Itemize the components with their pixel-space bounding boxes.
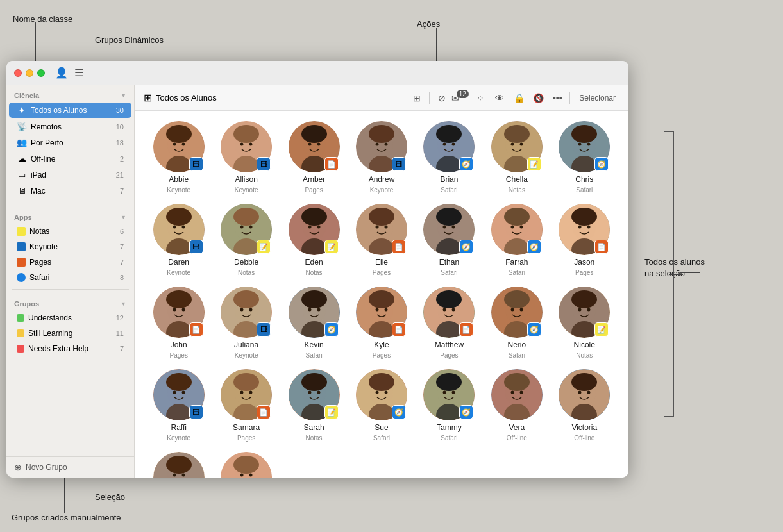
ann-line-selection-v xyxy=(122,476,122,492)
svg-point-109 xyxy=(240,308,244,312)
block-button[interactable]: ⊘ xyxy=(435,91,449,105)
student-card[interactable]: 📄JasonPages xyxy=(553,204,616,276)
student-app: Off-line xyxy=(507,435,527,442)
sidebar-item-mac[interactable]: 🖥 Mac 7 xyxy=(9,183,131,198)
student-card[interactable]: 📄JohnPages xyxy=(147,287,210,359)
maximize-button[interactable] xyxy=(37,69,45,77)
mail-button[interactable]: ✉ 12 xyxy=(454,91,468,105)
svg-point-145 xyxy=(587,308,591,312)
groups-button[interactable]: ⁘ xyxy=(473,91,487,105)
student-name: Elie xyxy=(375,258,388,267)
more-button[interactable]: ••• xyxy=(550,91,564,105)
student-app: Pages xyxy=(237,435,255,442)
student-card[interactable]: VictoriaOff-line xyxy=(553,369,616,442)
sidebar-item-todos-alunos[interactable]: ✦ Todos os Alunos 30 xyxy=(9,103,131,118)
student-card[interactable]: 🎞DarenKeynote xyxy=(147,204,210,276)
annotation-all-students: Todos os alunosna seleção xyxy=(644,256,728,279)
notas-badge: 📝 xyxy=(324,405,339,419)
svg-point-11 xyxy=(240,143,244,146)
svg-point-4 xyxy=(173,143,176,146)
student-card[interactable]: 🧭SueSafari xyxy=(350,369,412,442)
student-card[interactable]: 📝DebbieNotas xyxy=(215,204,277,276)
student-card[interactable]: 📄SamaraPages xyxy=(215,369,277,442)
student-card[interactable]: 📄EliePages xyxy=(350,204,412,276)
sidebar-item-understands[interactable]: Understands 12 xyxy=(9,311,131,325)
svg-point-151 xyxy=(173,391,176,394)
nearby-icon: 👥 xyxy=(17,138,27,147)
student-card[interactable]: 📄AmberPages xyxy=(283,121,345,194)
student-card[interactable]: 🧭EthanSafari xyxy=(418,204,480,276)
svg-point-116 xyxy=(308,308,311,312)
student-card[interactable]: 🧭BrianSafari xyxy=(418,121,480,194)
lock-button[interactable]: 🔒 xyxy=(512,91,526,105)
keynote-badge: 🎞 xyxy=(189,405,203,419)
svg-point-81 xyxy=(443,226,446,229)
layers-button[interactable]: ⊞ xyxy=(410,91,424,105)
student-card[interactable]: 🎞AndrewKeynote xyxy=(350,121,412,194)
sidebar-item-safari[interactable]: Safari 8 xyxy=(9,270,131,285)
svg-point-96 xyxy=(587,226,591,229)
mute-button[interactable]: 🔇 xyxy=(531,91,545,105)
student-name: Daren xyxy=(168,258,189,267)
student-card[interactable]: 📄MatthewPages xyxy=(418,287,480,359)
student-app: Safari xyxy=(509,352,525,359)
svg-point-75 xyxy=(384,226,387,229)
student-card[interactable]: 📄Student29Pages xyxy=(147,452,210,478)
svg-point-129 xyxy=(436,290,462,308)
student-card[interactable]: 🧭NerioSafari xyxy=(485,287,548,359)
people-icon[interactable]: 👤 xyxy=(55,67,68,79)
screen-button[interactable]: 👁 xyxy=(493,91,507,105)
new-group-button[interactable]: ⊕ Novo Grupo xyxy=(6,456,134,478)
minimize-button[interactable] xyxy=(26,69,33,77)
sidebar-item-remotos[interactable]: 📡 Remotos 10 xyxy=(9,119,131,134)
sidebar-item-needs-extra[interactable]: Needs Extra Help 7 xyxy=(9,342,131,356)
keynote-badge: 🎞 xyxy=(257,322,271,337)
student-card[interactable]: 🎞AbbieKeynote xyxy=(147,121,210,194)
student-card[interactable]: 📝EdenNotas xyxy=(283,204,345,276)
student-card[interactable]: 🧭TammySafari xyxy=(418,369,480,442)
svg-point-159 xyxy=(249,391,253,394)
sidebar-item-por-perto[interactable]: 👥 Por Perto 18 xyxy=(9,135,131,150)
student-app: Safari xyxy=(509,269,525,276)
student-card[interactable]: 🧭ChrisSafari xyxy=(553,121,616,194)
student-card[interactable]: 📝NicoleNotas xyxy=(553,287,616,359)
svg-point-82 xyxy=(452,226,455,229)
pages-badge: 📄 xyxy=(189,322,203,337)
sidebar-item-offline[interactable]: ☁ Off-line 2 xyxy=(9,151,131,166)
toolbar-title-text: Todos os Alunos xyxy=(156,93,217,103)
svg-point-40 xyxy=(519,143,523,146)
pages-badge: 📄 xyxy=(257,405,271,419)
traffic-lights xyxy=(14,69,45,77)
student-card[interactable]: 🎞JulianaKeynote xyxy=(215,287,277,359)
student-card[interactable]: 🎞Student30Keynote xyxy=(215,452,277,478)
student-app: Pages xyxy=(575,269,593,276)
sidebar-item-keynote[interactable]: Keynote 7 xyxy=(9,240,131,254)
still-learning-dot xyxy=(17,329,24,337)
svg-point-193 xyxy=(578,391,582,394)
student-name: Kyle xyxy=(374,340,389,349)
close-button[interactable] xyxy=(14,69,22,77)
svg-point-173 xyxy=(384,391,387,394)
sidebar-item-pages[interactable]: Pages 7 xyxy=(9,255,131,269)
svg-point-26 xyxy=(384,143,387,146)
student-card[interactable]: VeraOff-line xyxy=(485,369,548,442)
select-button[interactable]: Selecionar xyxy=(575,92,619,104)
sidebar-item-notas[interactable]: Notas 6 xyxy=(9,224,131,238)
plus-icon: ⊕ xyxy=(14,462,22,472)
sidebar-item-still-learning[interactable]: Still Learning 11 xyxy=(9,326,131,340)
student-name: Victoria xyxy=(571,423,597,432)
groups-chevron-icon: ▼ xyxy=(121,301,126,307)
student-card[interactable]: 🎞AllisonKeynote xyxy=(215,121,277,194)
student-name: Nerio xyxy=(508,340,526,349)
student-name: Farrah xyxy=(505,258,528,267)
list-icon[interactable]: ☰ xyxy=(74,67,83,79)
svg-point-122 xyxy=(369,290,394,308)
annotation-class-name: Nome da classe xyxy=(13,14,72,24)
student-card[interactable]: 🧭KevinSafari xyxy=(283,287,345,359)
sidebar-item-ipad[interactable]: ▭ iPad 21 xyxy=(9,167,131,182)
student-card[interactable]: 📝SarahNotas xyxy=(283,369,345,442)
student-card[interactable]: 📄KylePages xyxy=(350,287,412,359)
student-card[interactable]: 🧭FarrahSafari xyxy=(485,204,548,276)
student-card[interactable]: 🎞RaffiKeynote xyxy=(147,369,210,442)
student-card[interactable]: 📝ChellaNotas xyxy=(485,121,548,194)
